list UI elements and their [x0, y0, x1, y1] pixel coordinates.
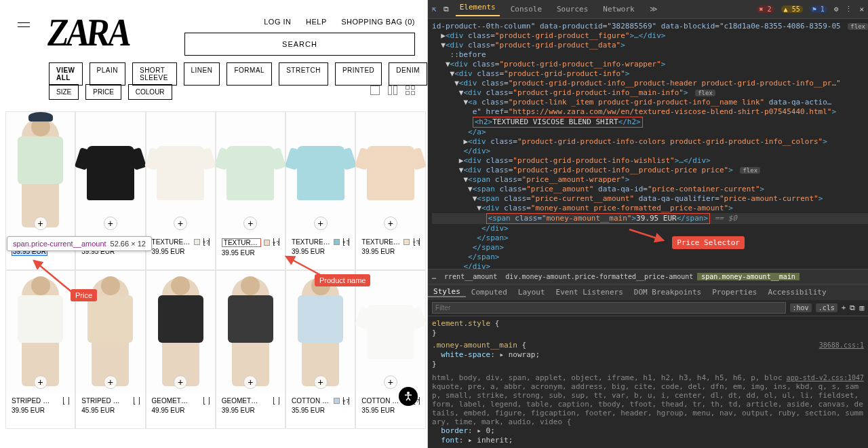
- product-price: 39.95 EUR: [222, 249, 279, 257]
- color-swatch[interactable]: [403, 239, 410, 245]
- accessibility-icon[interactable]: [399, 387, 418, 406]
- add-button[interactable]: +: [34, 217, 47, 230]
- menu-icon[interactable]: [18, 19, 30, 31]
- product-name: TEXTURED ...: [361, 238, 401, 246]
- color-swatch[interactable]: [334, 239, 340, 245]
- tab-properties[interactable]: Properties: [707, 288, 762, 297]
- add-button[interactable]: +: [314, 217, 328, 230]
- product-card[interactable]: +COTTON - L...+735.95 EUR: [285, 270, 355, 429]
- styles-pane[interactable]: element.style { } 38688.css:1.money-amou…: [428, 316, 868, 448]
- search-input[interactable]: SEARCH: [184, 33, 415, 56]
- close-icon[interactable]: ✕: [859, 5, 864, 14]
- color-swatch[interactable]: [264, 240, 270, 246]
- bookmark-icon[interactable]: [343, 397, 349, 405]
- kebab-icon[interactable]: ⋮: [845, 5, 852, 14]
- color-swatch[interactable]: [334, 398, 340, 404]
- login-link[interactable]: LOG IN: [264, 18, 291, 26]
- tab-sources[interactable]: Sources: [553, 5, 592, 14]
- product-card[interactable]: +COTTON - L...+735.95 EUR: [355, 270, 425, 429]
- styles-filter-input[interactable]: [432, 302, 786, 314]
- filter-plain[interactable]: PLAIN: [90, 62, 125, 86]
- brand-logo[interactable]: ZARA: [45, 10, 132, 54]
- product-card[interactable]: +GEOMETRIC CRO...49.95 EUR: [146, 270, 216, 429]
- hov-toggle[interactable]: :hov: [790, 303, 812, 312]
- add-button[interactable]: +: [384, 375, 397, 389]
- filter-printed[interactable]: PRINTED: [335, 62, 382, 86]
- device-icon[interactable]: ⧉: [443, 5, 449, 14]
- bookmark-icon[interactable]: [63, 397, 69, 405]
- product-price: 35.95 EUR: [361, 407, 419, 414]
- tab-layout[interactable]: Layout: [513, 288, 551, 297]
- color-swatch[interactable]: [194, 239, 200, 245]
- bookmark-icon[interactable]: [273, 397, 279, 405]
- product-price: 45.95 EUR: [81, 407, 139, 414]
- view-grid-icon[interactable]: [406, 86, 415, 95]
- help-link[interactable]: HELP: [306, 18, 327, 26]
- gear-icon[interactable]: ⚙: [834, 5, 839, 14]
- filter-colour[interactable]: COLOUR: [128, 84, 172, 100]
- product-card[interactable]: +GEOMETRIC JAC...39.95 EUR: [216, 270, 285, 429]
- bookmark-icon[interactable]: [343, 238, 349, 246]
- filter-formal[interactable]: FORMAL: [226, 62, 272, 86]
- filter-linen[interactable]: LINEN: [184, 62, 220, 86]
- tab-styles[interactable]: Styles: [428, 287, 466, 297]
- product-name: STRIPED JACQUA...: [81, 397, 121, 405]
- tab-elements[interactable]: Elements: [456, 3, 500, 16]
- add-button[interactable]: +: [174, 375, 187, 389]
- add-rule-icon[interactable]: +: [842, 303, 846, 312]
- add-button[interactable]: +: [104, 375, 117, 389]
- tab-dom-breakpoints[interactable]: DOM Breakpoints: [629, 288, 707, 297]
- add-button[interactable]: +: [384, 217, 397, 230]
- bag-link[interactable]: SHOPPING BAG (0): [341, 18, 415, 26]
- annotation-product-name: Product name: [315, 274, 370, 286]
- tab-network[interactable]: Network: [599, 5, 638, 14]
- styles-tabbar: Styles Computed Layout Event Listeners D…: [428, 284, 868, 300]
- bookmark-icon[interactable]: [134, 397, 140, 405]
- cls-toggle[interactable]: .cls: [816, 303, 837, 312]
- add-button[interactable]: +: [174, 217, 187, 230]
- tab-accessibility[interactable]: Accessibility: [762, 288, 831, 297]
- product-name: GEOMETRIC JAC...: [222, 397, 261, 405]
- bookmark-icon[interactable]: [203, 397, 210, 405]
- filter-price[interactable]: PRICE: [85, 84, 121, 100]
- inspect-icon[interactable]: ⇱: [432, 5, 437, 14]
- filter-view-all[interactable]: VIEW ALL: [49, 62, 83, 86]
- devtools-panel: ⇱ ⧉ Elements Console Sources Network ≫ ✖…: [428, 0, 868, 448]
- add-button[interactable]: +: [243, 217, 257, 230]
- bookmark-icon[interactable]: [273, 238, 279, 246]
- add-button[interactable]: +: [243, 375, 257, 389]
- product-card[interactable]: +TEXTURED ...+339.95 EUR: [285, 111, 355, 270]
- add-button[interactable]: +: [104, 217, 117, 230]
- sidebar-icon[interactable]: ▥: [859, 303, 864, 312]
- product-card[interactable]: +TEXTURED ...+339.95 EUR: [355, 111, 425, 270]
- product-name: STRIPED VISCOSE...: [12, 397, 51, 405]
- product-name: GEOMETRIC CRO...: [152, 397, 191, 405]
- filter-short-sleeve[interactable]: SHORT SLEEVE: [132, 62, 177, 86]
- bookmark-icon[interactable]: [414, 238, 420, 246]
- copy-icon[interactable]: ⧉: [850, 303, 855, 312]
- product-price: 35.95 EUR: [292, 407, 349, 414]
- top-nav: LOG IN HELP SHOPPING BAG (0): [252, 18, 415, 26]
- add-button[interactable]: +: [314, 375, 328, 389]
- inspector-tooltip: span.price-current__amount52.66 × 12: [7, 236, 152, 251]
- filter-size[interactable]: SIZE: [49, 84, 79, 100]
- view-double-icon[interactable]: [388, 86, 397, 95]
- issues-badge[interactable]: ⚑ 1: [810, 5, 827, 13]
- tab-event-listeners[interactable]: Event Listeners: [551, 288, 629, 297]
- annotation-price: Price: [71, 289, 97, 301]
- error-badge[interactable]: ✖ 2: [757, 5, 774, 13]
- add-button[interactable]: +: [34, 375, 47, 389]
- bookmark-icon[interactable]: [203, 238, 210, 246]
- product-card[interactable]: +TEXTURED ...+239.95 EUR: [216, 111, 285, 270]
- breadcrumb[interactable]: … rrent__amount div.money-amount.price-f…: [428, 269, 868, 284]
- view-single-icon[interactable]: [370, 86, 380, 95]
- filter-stretch[interactable]: STRETCH: [279, 62, 328, 86]
- filter-denim[interactable]: DENIM: [389, 62, 427, 86]
- tab-computed[interactable]: Computed: [466, 288, 513, 297]
- product-card[interactable]: +TEXTURED ...+239.95 EUR: [146, 111, 216, 270]
- tab-console[interactable]: Console: [507, 5, 546, 14]
- tab-more[interactable]: ≫: [646, 5, 662, 14]
- product-name: TEXTURED ...: [222, 238, 261, 247]
- view-mode-switcher: [370, 86, 415, 95]
- warning-badge[interactable]: ▲ 55: [781, 5, 803, 13]
